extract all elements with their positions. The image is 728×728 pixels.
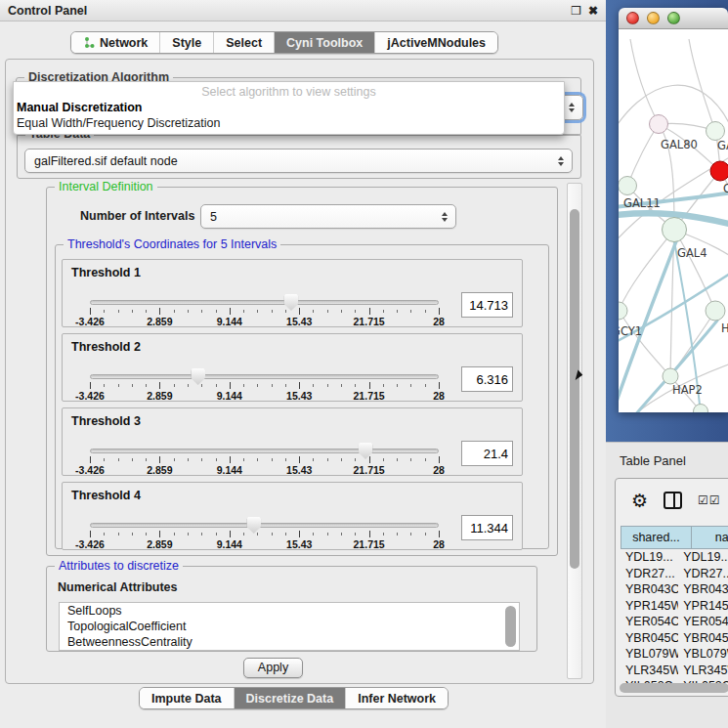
network-graph: GAL80GAGAL11CGAL4GCY1HHAP2 bbox=[619, 29, 728, 412]
table-row[interactable]: YBL079WYBL079W bbox=[621, 646, 728, 663]
network-node[interactable] bbox=[710, 161, 728, 181]
network-edge[interactable] bbox=[630, 39, 659, 124]
network-edge[interactable] bbox=[627, 124, 659, 186]
table-cell: YBR043C bbox=[621, 581, 678, 598]
threshold-label: Threshold 1 bbox=[71, 266, 141, 279]
table-row[interactable]: YBR045CYBR045C bbox=[621, 630, 728, 647]
dropdown-prompt-item[interactable]: Select algorithm to view settings bbox=[14, 84, 564, 100]
table-row[interactable]: YDL19...YDL19... bbox=[621, 549, 728, 566]
table-horizontal-scrollbar-thumb[interactable] bbox=[620, 683, 728, 693]
table-cell: YDR27... bbox=[621, 566, 678, 582]
network-node[interactable] bbox=[650, 115, 668, 134]
network-edge[interactable] bbox=[689, 39, 715, 131]
threshold-value-field[interactable] bbox=[461, 441, 513, 466]
thresholds-groupbox: Threshold's Coordinates for 5 Intervals … bbox=[55, 244, 549, 549]
network-node[interactable] bbox=[619, 302, 627, 320]
table-row[interactable]: YBR043CYBR043C bbox=[621, 581, 728, 598]
close-window-icon[interactable]: ✖ bbox=[588, 5, 598, 17]
tab-jactivemnodules[interactable]: jActiveMNodules bbox=[374, 32, 497, 53]
tab-label: Impute Data bbox=[151, 692, 222, 706]
tab-discretize-data[interactable]: Discretize Data bbox=[234, 688, 346, 708]
threshold-value-field[interactable] bbox=[461, 515, 513, 540]
network-icon bbox=[83, 36, 95, 49]
panel-scrollbar-thumb[interactable] bbox=[570, 209, 579, 569]
tab-style[interactable]: Style bbox=[159, 32, 213, 53]
threshold-slider[interactable]: -3.4262.8599.14415.4321.71528 bbox=[90, 518, 439, 549]
combo-stepper-icon bbox=[569, 103, 575, 112]
table-row[interactable]: YDR27...YDR27... bbox=[621, 566, 728, 582]
desktop-background: GAL80GAGAL11CGAL4GCY1HHAP2 bbox=[606, 0, 728, 442]
gear-icon[interactable]: ⚙ bbox=[631, 492, 648, 510]
slider-track[interactable] bbox=[90, 449, 439, 453]
slider-track[interactable] bbox=[90, 523, 439, 528]
network-canvas[interactable]: GAL80GAGAL11CGAL4GCY1HHAP2 bbox=[619, 29, 728, 412]
tab-network[interactable]: Network bbox=[71, 32, 159, 53]
table-column-header[interactable]: shared... bbox=[621, 526, 692, 549]
slider-track[interactable] bbox=[90, 374, 439, 379]
apply-button[interactable]: Apply bbox=[243, 658, 303, 678]
table-row[interactable]: YLR345WYLR345W bbox=[621, 663, 728, 679]
num-intervals-combobox[interactable]: 5 bbox=[200, 204, 456, 229]
table-cell: YPR145W bbox=[678, 598, 728, 615]
table-cell: YDL19... bbox=[621, 549, 678, 566]
network-node[interactable] bbox=[663, 218, 687, 242]
network-node[interactable] bbox=[707, 122, 725, 141]
network-node[interactable] bbox=[663, 368, 678, 384]
threshold-slider[interactable]: -3.4262.8599.14415.4321.71528 bbox=[90, 369, 439, 401]
slider-ticks bbox=[90, 308, 439, 315]
checkbox-icons[interactable]: ☑☑ bbox=[698, 493, 721, 507]
table-cell: YER054C bbox=[678, 614, 728, 630]
table-cell: YBL079W bbox=[621, 646, 678, 663]
table-column-header[interactable]: name bbox=[692, 526, 728, 549]
slider-track[interactable] bbox=[90, 300, 439, 305]
threshold-value-field[interactable] bbox=[461, 292, 513, 318]
tab-select[interactable]: Select bbox=[213, 32, 274, 53]
dropdown-option[interactable]: Equal Width/Frequency Discretization bbox=[14, 115, 564, 131]
network-view-window: GAL80GAGAL11CGAL4GCY1HHAP2 bbox=[619, 8, 728, 412]
table-cell: YLR345W bbox=[621, 663, 678, 679]
slider-tick-labels: -3.4262.8599.14415.4321.71528 bbox=[90, 390, 439, 401]
window-title: Control Panel bbox=[8, 4, 87, 18]
list-scrollbar-thumb[interactable] bbox=[505, 606, 516, 647]
table-row[interactable]: YPR145WYPR145W bbox=[621, 598, 728, 615]
numerical-attributes-list[interactable]: SelfLoopsTopologicalCoefficientBetweenne… bbox=[59, 602, 520, 651]
control-panel-titlebar: Control Panel ❒ ✖ bbox=[0, 0, 606, 21]
table-row[interactable]: YER054CYER054C bbox=[621, 614, 728, 630]
table-cell: YDL19... bbox=[678, 549, 728, 566]
table-data-selected-value: galFiltered.sif default node bbox=[34, 154, 178, 168]
threshold-slider[interactable]: -3.4262.8599.14415.4321.71528 bbox=[90, 444, 439, 475]
threshold-label: Threshold 2 bbox=[71, 340, 141, 354]
network-edge-highlighted[interactable] bbox=[674, 241, 700, 405]
close-traffic-light-icon[interactable] bbox=[626, 12, 639, 24]
top-tab-strip: NetworkStyleSelectCyni ToolboxjActiveMNo… bbox=[70, 31, 498, 54]
zoom-traffic-light-icon[interactable] bbox=[667, 12, 680, 24]
network-node[interactable] bbox=[706, 301, 725, 321]
threshold-value-field[interactable] bbox=[461, 366, 513, 392]
table-cell: YBR045C bbox=[621, 630, 678, 647]
tab-impute-data[interactable]: Impute Data bbox=[140, 688, 234, 708]
threshold-panel: Threshold 4-3.4262.8599.14415.4321.71528 bbox=[62, 482, 523, 550]
panel-vertical-scrollbar[interactable] bbox=[567, 183, 582, 679]
column-split-icon[interactable] bbox=[664, 492, 682, 509]
attribute-list-item[interactable]: BetweennessCentrality bbox=[60, 634, 519, 650]
tab-label: Select bbox=[226, 36, 262, 50]
network-node[interactable] bbox=[619, 177, 637, 195]
threshold-panel: Threshold 1-3.4262.8599.14415.4321.71528 bbox=[62, 259, 523, 327]
network-node-label: GAL80 bbox=[661, 138, 698, 151]
attribute-list-item[interactable]: SelfLoops bbox=[60, 603, 519, 619]
attribute-list-item[interactable]: TopologicalCoefficient bbox=[60, 619, 519, 634]
dropdown-option[interactable]: Manual Discretization bbox=[14, 100, 564, 115]
table-data-combobox[interactable]: galFiltered.sif default node bbox=[24, 149, 573, 173]
float-window-icon[interactable]: ❒ bbox=[571, 5, 581, 17]
minimize-traffic-light-icon[interactable] bbox=[647, 12, 660, 24]
slider-ticks bbox=[90, 382, 439, 389]
table-rows: YDL19...YDL19...YDR27...YDR27...YBR043CY… bbox=[621, 549, 728, 684]
cyni-toolbox-panel: Discretization Algorithm Select algorith… bbox=[5, 59, 594, 684]
slider-tick-labels: -3.4262.8599.14415.4321.71528 bbox=[90, 316, 439, 326]
interval-definition-groupbox: Interval Definition Number of Intervals … bbox=[46, 187, 558, 556]
tab-infer-network[interactable]: Infer Network bbox=[345, 688, 448, 708]
tab-cyni-toolbox[interactable]: Cyni Toolbox bbox=[274, 32, 374, 53]
table-cell: YPR145W bbox=[621, 598, 678, 615]
threshold-slider[interactable]: -3.4262.8599.14415.4321.71528 bbox=[90, 295, 439, 326]
threshold-panel: Threshold 3-3.4262.8599.14415.4321.71528 bbox=[62, 407, 523, 476]
